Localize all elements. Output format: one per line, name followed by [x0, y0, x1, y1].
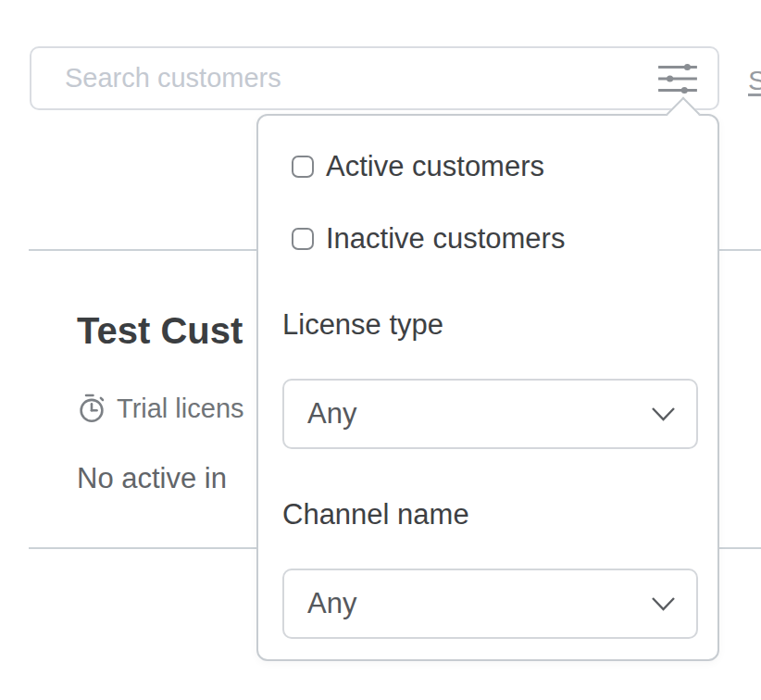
customer-status-text: No active in — [77, 462, 227, 495]
channel-name-value: Any — [307, 587, 651, 620]
license-type-label: License type — [282, 308, 443, 342]
sort-link-partial[interactable]: S — [748, 65, 761, 96]
license-text: Trial licens — [117, 394, 244, 424]
filter-popover: Active customers Inactive customers Lice… — [256, 114, 719, 661]
customers-page: S Test Cust Trial licens No active in Ac… — [0, 0, 761, 700]
license-type-select[interactable]: Any — [282, 379, 698, 449]
active-customers-checkbox[interactable] — [292, 156, 314, 178]
inactive-customers-checkbox[interactable] — [292, 228, 314, 250]
chevron-down-icon — [651, 596, 676, 612]
search-input[interactable] — [31, 48, 717, 108]
license-row: Trial licens — [75, 392, 244, 425]
trial-timer-icon — [75, 392, 108, 425]
customer-title: Test Cust — [77, 310, 243, 352]
search-bar — [30, 46, 719, 110]
inactive-customers-label: Inactive customers — [326, 222, 565, 256]
active-customers-label: Active customers — [326, 150, 544, 183]
chevron-down-icon — [651, 406, 676, 422]
license-type-value: Any — [307, 397, 651, 431]
inactive-customers-option[interactable]: Inactive customers — [292, 222, 565, 256]
filter-sliders-icon — [656, 60, 699, 97]
filter-button[interactable] — [651, 48, 705, 108]
channel-name-select[interactable]: Any — [282, 569, 698, 639]
channel-name-label: Channel name — [282, 498, 469, 531]
active-customers-option[interactable]: Active customers — [292, 150, 544, 183]
